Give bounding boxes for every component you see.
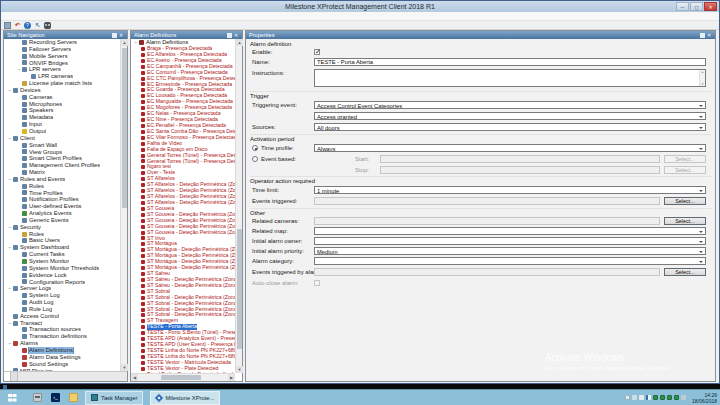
tree-item[interactable]: Current Tasks — [4, 251, 120, 258]
flag-icon[interactable] — [646, 395, 651, 400]
scroll-down-icon[interactable]: ▼ — [121, 364, 128, 371]
tree-item[interactable]: − Transact — [4, 320, 120, 327]
taskbar-clock[interactable]: 14:26 18/06/2018 — [692, 392, 717, 404]
event-based-radio[interactable] — [252, 156, 258, 162]
speaker-icon[interactable] — [639, 395, 644, 400]
tree-item[interactable]: Matrix — [4, 169, 120, 176]
tree-item[interactable]: Evidence Lock — [4, 272, 120, 279]
keyboard-icon[interactable] — [625, 395, 630, 400]
minimize-button[interactable]: ─ — [676, 2, 689, 11]
tree-item[interactable]: Generic Events — [4, 217, 120, 224]
tree-item[interactable]: Basic Users — [4, 237, 120, 244]
tree-item[interactable]: Alarm Data Settings — [4, 354, 120, 361]
tree-item[interactable]: Metadata — [4, 114, 120, 121]
tree-item[interactable]: Microphones — [4, 101, 120, 108]
pin-icon[interactable] — [700, 33, 705, 38]
scrollbar-thumb[interactable] — [237, 229, 242, 349]
scroll-right-icon[interactable]: ▶ — [228, 374, 235, 381]
tree-item[interactable]: Notification Profiles — [4, 196, 120, 203]
tree-item[interactable]: − Security — [4, 224, 120, 231]
scroll-up-icon[interactable]: ▲ — [236, 39, 243, 46]
taskbar-button[interactable]: Task Manager — [85, 391, 143, 405]
time-limit-dropdown[interactable]: 1 minute — [314, 186, 706, 194]
tree-item[interactable]: Analytics Events — [4, 210, 120, 217]
tree-item[interactable]: System Monitor — [4, 258, 120, 265]
time-profile-dropdown[interactable]: Always — [314, 144, 706, 152]
undo-icon[interactable] — [14, 22, 21, 29]
help-icon[interactable] — [24, 22, 31, 29]
tree-item[interactable]: − LPR servers — [4, 66, 120, 73]
triggering-event-dropdown[interactable]: Access Control Event Categories — [314, 101, 706, 109]
related-cameras-select-button[interactable]: Select... — [664, 217, 706, 225]
tree-item[interactable]: Input — [4, 121, 120, 128]
tree-item[interactable]: − Alarms — [4, 340, 120, 347]
instructions-textarea[interactable] — [314, 69, 706, 87]
tree-item[interactable]: Speakers — [4, 107, 120, 114]
tree-item[interactable]: − System Dashboard — [4, 244, 120, 251]
powershell-icon[interactable] — [51, 393, 60, 402]
tree-item[interactable]: Alarm Definitions — [4, 347, 120, 354]
tree-item[interactable]: Roles — [4, 231, 120, 238]
tree-item[interactable]: Access Control — [4, 313, 120, 320]
tree-item[interactable]: Output — [4, 128, 120, 135]
shield-1-icon[interactable] — [653, 395, 658, 400]
scroll-down-icon[interactable]: ▼ — [236, 366, 243, 373]
server-manager-icon[interactable] — [33, 393, 42, 402]
tree-item[interactable]: − Devices — [4, 87, 120, 94]
tree-item[interactable]: Cameras — [4, 94, 120, 101]
tree-item[interactable]: Audit Log — [4, 299, 120, 306]
go-to-icon[interactable] — [34, 22, 41, 29]
tree-item[interactable]: System Monitor Thresholds — [4, 265, 120, 272]
navigation-tab[interactable] — [11, 372, 18, 381]
close-button[interactable]: ✕ — [704, 2, 717, 11]
tree-item[interactable]: Management Client Profiles — [4, 162, 120, 169]
navigation-tab[interactable] — [4, 372, 11, 381]
shield-3-icon[interactable] — [667, 395, 672, 400]
maximize-button[interactable]: ◻ — [690, 2, 703, 11]
find-icon[interactable] — [44, 22, 51, 29]
close-icon[interactable] — [707, 33, 712, 38]
close-icon[interactable] — [234, 33, 239, 38]
tree-item[interactable]: Smart Wall — [4, 142, 120, 149]
time-profile-radio[interactable] — [252, 145, 258, 151]
name-input[interactable] — [314, 58, 706, 66]
tree-item[interactable]: Mobile Servers — [4, 53, 120, 60]
sources-dropdown[interactable]: All doors — [314, 123, 706, 131]
tree-item[interactable]: Time Profiles — [4, 190, 120, 197]
related-map-dropdown[interactable] — [314, 227, 706, 235]
network-icon[interactable] — [632, 395, 637, 400]
tree-item[interactable]: Failover Servers — [4, 46, 120, 53]
start-button[interactable] — [0, 390, 24, 405]
background-window-icon[interactable] — [3, 385, 7, 389]
events-triggered-select-button[interactable]: Select... — [664, 197, 706, 205]
caret-up-icon[interactable] — [618, 395, 623, 400]
textarea-scrollbar[interactable] — [699, 70, 705, 86]
tree-item[interactable]: Smart Client Profiles — [4, 155, 120, 162]
tree-item[interactable]: Rule Log — [4, 306, 120, 313]
tree-item[interactable]: − Client — [4, 135, 120, 142]
site-navigation-scrollbar[interactable]: ▲ ▼ — [120, 39, 127, 371]
tree-item[interactable]: Transaction sources — [4, 326, 120, 333]
alarm-category-dropdown[interactable] — [314, 257, 706, 265]
tree-item[interactable]: Sound Settings — [4, 361, 120, 368]
taskbar-button[interactable]: Milestone XProte... — [150, 391, 220, 405]
tree-item[interactable]: Rules — [4, 183, 120, 190]
tree-item[interactable]: ONVIF Bridges — [4, 60, 120, 67]
file-explorer-icon[interactable] — [69, 393, 78, 402]
pin-icon[interactable] — [112, 33, 117, 38]
tree-item[interactable]: Recording Servers — [4, 39, 120, 46]
alarm-list-scrollbar[interactable]: ▲ ▼ — [235, 39, 242, 373]
notification-icon[interactable] — [681, 395, 686, 400]
alarm-definitions-root[interactable]: − Alarm Definitions — [131, 39, 235, 46]
tree-item[interactable]: − Rules and Events — [4, 176, 120, 183]
tree-item[interactable]: − Server Logs — [4, 285, 120, 292]
initial-alarm-owner-dropdown[interactable] — [314, 237, 706, 245]
scroll-left-icon[interactable]: ◀ — [131, 374, 138, 381]
shield-2-icon[interactable] — [660, 395, 665, 400]
triggering-event-type-dropdown[interactable]: Access granted — [314, 112, 706, 120]
tree-item[interactable]: Transaction definitions — [4, 333, 120, 340]
tree-item[interactable]: LPR cameras — [4, 73, 120, 80]
tree-item[interactable]: User-defined Events — [4, 203, 120, 210]
tree-item[interactable]: View Groups — [4, 149, 120, 156]
alarm-list-hscrollbar[interactable]: ◀ ▶ — [131, 373, 235, 381]
